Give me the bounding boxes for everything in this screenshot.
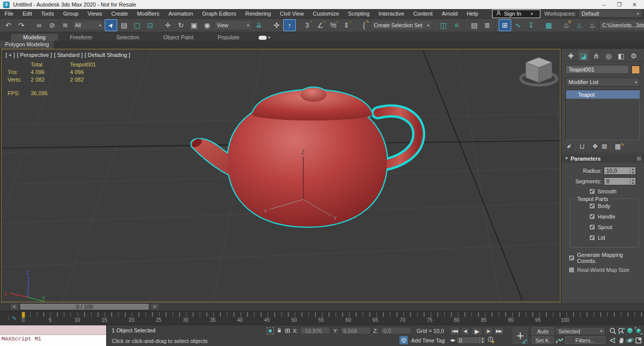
- ribbon-toggle-icon[interactable]: ⊞: [499, 19, 511, 31]
- minimize-button[interactable]: –: [597, 2, 612, 8]
- menu-arnold[interactable]: Arnold: [437, 10, 462, 18]
- track-bar[interactable]: ⋮∿ 0510152025303540455055606570758085909…: [0, 311, 644, 325]
- previous-frame-button[interactable]: ◀|: [460, 327, 470, 335]
- show-end-result-icon[interactable]: ⊔: [580, 143, 585, 150]
- z-coordinate-field[interactable]: 0,0: [381, 327, 411, 334]
- unlink-selection-icon[interactable]: ⊘: [46, 19, 58, 31]
- maximize-viewport-icon[interactable]: [634, 336, 642, 345]
- smooth-checkbox[interactable]: [589, 188, 595, 194]
- select-object-icon[interactable]: ➤: [105, 19, 117, 31]
- maxscript-listener-pane[interactable]: MAXScript Mi: [0, 335, 106, 346]
- viewport-menu-pov[interactable]: [ Perspective ]: [17, 52, 52, 58]
- select-and-place-icon[interactable]: ◉: [201, 19, 213, 31]
- rectangular-selection-region-icon[interactable]: ▢: [131, 19, 143, 31]
- next-frame-button[interactable]: |▶: [484, 327, 493, 335]
- menu-file[interactable]: File: [0, 10, 18, 18]
- play-button[interactable]: ▶: [471, 327, 482, 335]
- maxscript-mini-listener[interactable]: MAXScript Mi: [0, 325, 107, 346]
- maximize-button[interactable]: ❐: [612, 2, 627, 8]
- create-tab[interactable]: ✚: [566, 50, 576, 61]
- auto-key-button[interactable]: Auto: [532, 327, 554, 335]
- pan-icon[interactable]: [617, 336, 625, 345]
- modifier-stack[interactable]: Teapot: [566, 90, 640, 140]
- pin-stack-icon[interactable]: ✒: [565, 142, 574, 151]
- window-crossing-icon[interactable]: ⊡: [144, 19, 156, 31]
- angle-snap-toggle-icon[interactable]: ∠∩: [314, 19, 327, 31]
- named-selection-sets-dropdown[interactable]: Create Selection Set: [371, 20, 432, 30]
- bind-to-space-warp-icon[interactable]: ≋: [59, 19, 71, 31]
- current-frame-field[interactable]: 0 ▲▼: [456, 336, 486, 344]
- set-key-button[interactable]: Set K.: [532, 336, 554, 344]
- motion-tab[interactable]: ◎: [603, 50, 614, 61]
- selection-set-keying-dropdown[interactable]: Selected: [555, 327, 605, 335]
- ribbon-tab-modeling[interactable]: Modeling: [11, 34, 58, 41]
- generate-mapping-coords-checkbox[interactable]: [569, 255, 575, 261]
- x-coordinate-field[interactable]: -19,976: [300, 327, 331, 334]
- zoom-extents-icon[interactable]: [626, 326, 634, 335]
- menu-interactive[interactable]: Interactive: [374, 10, 409, 18]
- edit-named-selection-sets-icon[interactable]: {✎: [358, 19, 370, 31]
- stack-item-teapot[interactable]: Teapot: [566, 90, 639, 99]
- maxscript-macro-recorder-pane[interactable]: [0, 325, 106, 335]
- menu-civil-view[interactable]: Civil View: [275, 10, 308, 18]
- sign-in-button[interactable]: Sign In ▾: [492, 10, 540, 18]
- workspaces-dropdown[interactable]: Default: [579, 10, 642, 18]
- menu-customize[interactable]: Customize: [308, 10, 344, 18]
- scene-explorer-icon[interactable]: ▤: [468, 19, 480, 31]
- previous-frame-slider-button[interactable]: <: [10, 303, 19, 310]
- filters-button[interactable]: Filters...: [565, 336, 605, 344]
- schematic-view-icon[interactable]: ↧: [525, 19, 537, 31]
- teapot[interactable]: [190, 88, 419, 227]
- hierarchy-tab[interactable]: ⋔: [591, 50, 601, 61]
- undo-icon[interactable]: ↶: [2, 19, 15, 31]
- viewport[interactable]: Z x Y x Z Y: [1, 49, 560, 302]
- selection-lock-toggle[interactable]: [276, 327, 282, 334]
- set-keys-button[interactable]: +: [512, 326, 529, 345]
- viewport-menu-renderer[interactable]: [ Standard ]: [54, 52, 83, 58]
- zoom-extents-all-icon[interactable]: [634, 326, 642, 335]
- reference-coordinate-system-dropdown[interactable]: View: [214, 20, 252, 30]
- use-pivot-point-center-icon[interactable]: ⇊: [253, 19, 265, 31]
- menu-edit[interactable]: Edit: [18, 10, 37, 18]
- time-configuration-icon[interactable]: [487, 336, 495, 344]
- select-and-manipulate-icon[interactable]: ✜: [270, 19, 283, 31]
- remove-modifier-icon[interactable]: ⊠: [602, 143, 607, 150]
- object-name-field[interactable]: Teapot001: [566, 65, 629, 74]
- render-setup-icon[interactable]: ♨⚙: [560, 19, 573, 31]
- percent-snap-toggle-icon[interactable]: %∩: [327, 19, 340, 31]
- real-world-map-size-checkbox[interactable]: [569, 267, 575, 273]
- next-frame-slider-button[interactable]: >: [150, 303, 159, 310]
- select-by-name-icon[interactable]: ▤: [118, 19, 130, 31]
- ribbon-tab-object-paint[interactable]: Object Paint: [151, 34, 206, 41]
- orbit-icon[interactable]: [626, 336, 634, 345]
- key-mode-toggle[interactable]: ◀▶: [450, 338, 455, 342]
- key-filters-icon[interactable]: [555, 336, 564, 344]
- select-and-link-icon[interactable]: ∞: [33, 19, 45, 31]
- viewport-menu-shading[interactable]: [ Default Shading ]: [85, 52, 130, 58]
- close-button[interactable]: ✕: [627, 2, 642, 8]
- menu-content[interactable]: Content: [409, 10, 437, 18]
- mini-curve-editor-icon[interactable]: ⋮∿: [6, 314, 17, 321]
- modify-tab[interactable]: ◪: [578, 50, 589, 61]
- menu-group[interactable]: Group: [58, 10, 83, 18]
- spout-checkbox[interactable]: [589, 224, 595, 230]
- selection-filter-dropdown[interactable]: All: [72, 20, 104, 30]
- absolute-mode-transform-toggle[interactable]: ⊞: [285, 327, 290, 334]
- ribbon-tab-selection[interactable]: Selection: [104, 34, 151, 41]
- project-folder-dropdown[interactable]: C:\Users\rds...3ds Max 2020: [599, 20, 644, 30]
- field-of-view-icon[interactable]: [609, 336, 617, 345]
- zoom-icon[interactable]: [609, 326, 617, 335]
- menu-graph-editors[interactable]: Graph Editors: [198, 10, 241, 18]
- menu-views[interactable]: Views: [83, 10, 107, 18]
- ribbon-display-toggle[interactable]: ▾: [259, 35, 270, 40]
- configure-modifier-sets-icon[interactable]: ▦✎: [615, 143, 624, 150]
- object-color-swatch[interactable]: [631, 65, 640, 74]
- render-production-icon[interactable]: ♨: [586, 19, 599, 31]
- display-tab[interactable]: ◧: [616, 50, 626, 61]
- zoom-all-icon[interactable]: [617, 326, 625, 335]
- menu-create[interactable]: Create: [107, 10, 132, 18]
- viewcube[interactable]: [521, 57, 557, 85]
- menu-tools[interactable]: Tools: [37, 10, 59, 18]
- menu-scripting[interactable]: Scripting: [344, 10, 374, 18]
- modifier-list-dropdown[interactable]: Modifier List: [566, 78, 640, 87]
